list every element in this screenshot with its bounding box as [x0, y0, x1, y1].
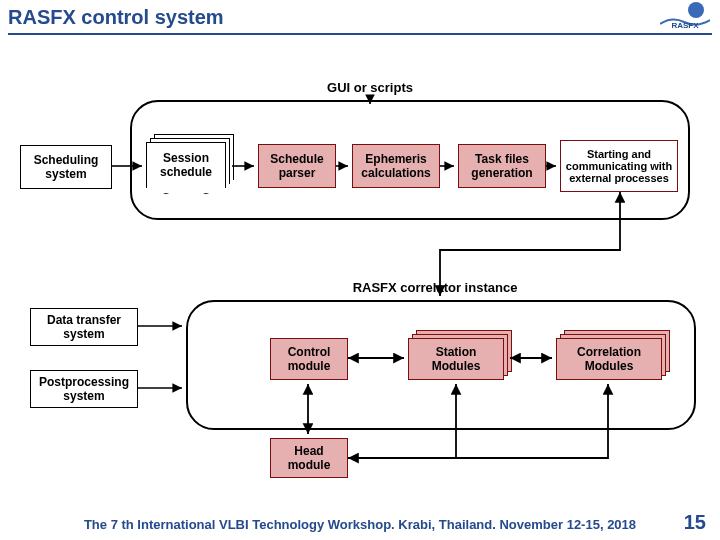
svg-text:RASFX: RASFX [671, 21, 699, 28]
page-number: 15 [684, 511, 706, 534]
ephemeris-box: Ephemeris calculations [352, 144, 440, 188]
schedule-parser-box: Schedule parser [258, 144, 336, 188]
head-module-box: Head module [270, 438, 348, 478]
data-transfer-box: Data transfer system [30, 308, 138, 346]
starting-comm-box: Starting and communicating with external… [560, 140, 678, 192]
footer-text: The 7 th International VLBI Technology W… [0, 517, 720, 532]
task-files-box: Task files generation [458, 144, 546, 188]
slide-title: RASFX control system [8, 6, 224, 28]
svg-point-0 [688, 2, 704, 18]
postprocessing-box: Postprocessing system [30, 370, 138, 408]
gui-label: GUI or scripts [327, 80, 413, 95]
control-module-box: Control module [270, 338, 348, 380]
scheduling-system-box: Scheduling system [20, 145, 112, 189]
correlator-label: RASFX correlator instance [353, 280, 518, 295]
station-modules-box: Station Modules [408, 338, 504, 380]
session-schedule-docs: Session schedule [146, 142, 226, 194]
logo: RASFX [660, 0, 710, 28]
correlation-modules-box: Correlation Modules [556, 338, 662, 380]
